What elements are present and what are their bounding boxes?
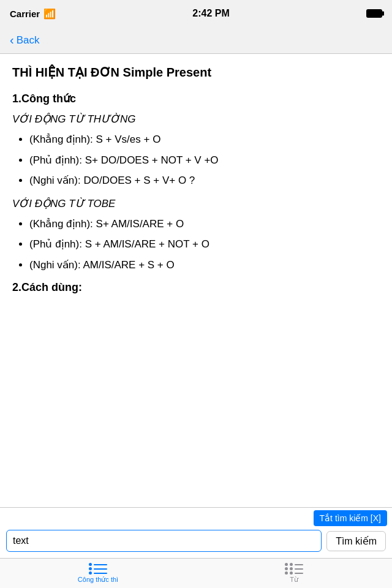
list-item: (Phủ định): S + AM/IS/ARE + NOT + O: [29, 236, 380, 252]
tab-cong-thuc[interactable]: Công thức thì: [0, 559, 196, 588]
list-item: (Nghi vấn): AM/IS/ARE + S + O: [29, 257, 380, 273]
search-input[interactable]: [6, 530, 322, 552]
list-item: (Khẳng định): S + Vs/es + O: [29, 132, 380, 148]
tab-tu[interactable]: Từ: [196, 559, 392, 588]
wifi-icon: 📶: [43, 8, 56, 20]
search-button[interactable]: Tìm kiếm: [326, 531, 386, 551]
list-item: (Phủ định): S+ DO/DOES + NOT + V +O: [29, 153, 380, 168]
tab-tu-icon: [285, 563, 303, 575]
section2-heading: 2.Cách dùng:: [12, 281, 380, 294]
battery-icon: [366, 9, 382, 18]
tab-bar: Công thức thì Từ: [0, 558, 392, 588]
search-overlay: Tắt tìm kiếm [X] Tìm kiếm: [0, 507, 392, 558]
list-item: (Nghi vấn): DO/DOES + S + V+ O ?: [29, 173, 380, 189]
status-bar: Carrier 📶 2:42 PM: [0, 0, 392, 27]
status-carrier: Carrier 📶: [10, 8, 56, 20]
subtitle2: VỚI ĐỘNG TỪ TOBE: [12, 197, 380, 210]
status-time: 2:42 PM: [192, 8, 229, 19]
status-battery: [366, 9, 382, 18]
back-button[interactable]: ‹ Back: [10, 34, 39, 47]
carrier-label: Carrier: [10, 9, 40, 19]
bullets2-list: (Khẳng định): S+ AM/IS/ARE + O (Phủ định…: [12, 216, 380, 273]
section1-heading: 1.Công thức: [12, 92, 380, 105]
list-item: (Khẳng định): S+ AM/IS/ARE + O: [29, 216, 380, 232]
bullets1-list: (Khẳng định): S + Vs/es + O (Phủ định): …: [12, 132, 380, 189]
search-row: Tìm kiếm: [0, 526, 392, 558]
tab-cong-thuc-icon: [89, 563, 107, 575]
subtitle1: VỚI ĐỘNG TỪ THƯỜNG: [12, 113, 380, 126]
content-area: THÌ HIỆN TẠI ĐƠN Simple Present 1.Công t…: [0, 54, 392, 531]
back-label: Back: [17, 34, 40, 47]
nav-bar: ‹ Back: [0, 27, 392, 54]
back-chevron-icon: ‹: [10, 34, 14, 46]
dismiss-search-button[interactable]: Tắt tìm kiếm [X]: [314, 510, 387, 526]
tab-tu-label: Từ: [290, 576, 298, 584]
tab-cong-thuc-label: Công thức thì: [78, 576, 118, 584]
page-title: THÌ HIỆN TẠI ĐƠN Simple Present: [12, 64, 380, 81]
search-dismiss-row: Tắt tìm kiếm [X]: [0, 508, 392, 526]
